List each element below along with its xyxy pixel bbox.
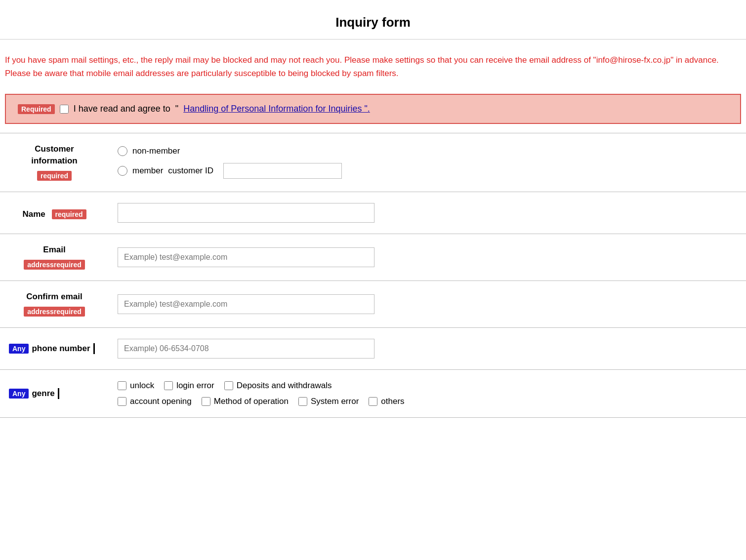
confirm-email-input[interactable] (118, 294, 374, 314)
page-title: Inquiry form (0, 0, 746, 40)
genre-row-1: unlock login error Deposits and withdraw… (118, 381, 737, 391)
email-required: addressrequired (24, 260, 85, 270)
confirm-email-required: addressrequired (24, 307, 85, 317)
customer-info-row: Customer information required non-member… (0, 133, 746, 192)
privacy-quote-open: " (175, 104, 178, 114)
genre-account-opening-label: account opening (130, 397, 192, 406)
phone-any-badge: Any (9, 344, 29, 354)
name-input[interactable] (118, 203, 374, 223)
privacy-checkbox[interactable] (60, 105, 69, 114)
name-row: Name required (0, 192, 746, 234)
genre-system-error: System error (298, 397, 359, 406)
name-label-cell: Name required (0, 192, 109, 234)
name-input-cell (109, 192, 746, 234)
genre-login-error-label: login error (176, 381, 214, 391)
customer-info-label-cell: Customer information required (0, 133, 109, 192)
genre-unlock-checkbox[interactable] (118, 381, 126, 390)
non-member-label: non-member (132, 146, 180, 156)
member-label: member (132, 166, 163, 176)
genre-account-opening: account opening (118, 397, 192, 406)
member-radio[interactable] (118, 166, 127, 176)
member-row: member customer ID (118, 163, 737, 179)
genre-method-label: Method of operation (214, 397, 289, 406)
confirm-email-row: Confirm email addressrequired (0, 281, 746, 328)
customer-id-input[interactable] (223, 163, 342, 179)
customer-info-label-line2: information (31, 156, 78, 166)
privacy-banner: Required I have read and agree to " Hand… (5, 94, 741, 124)
name-label: Name (22, 209, 45, 219)
genre-others: others (369, 397, 404, 406)
genre-deposits: Deposits and withdrawals (224, 381, 332, 391)
genre-row-2: account opening Method of operation Syst… (118, 397, 737, 406)
genre-login-error: login error (164, 381, 214, 391)
email-row: Email addressrequired (0, 234, 746, 281)
genre-others-label: others (381, 397, 404, 406)
privacy-text: I have read and agree to (74, 104, 170, 114)
genre-unlock-label: unlock (130, 381, 154, 391)
confirm-email-label-cell: Confirm email addressrequired (0, 281, 109, 328)
required-badge: Required (18, 104, 55, 114)
spam-notice: If you have spam mail settings, etc., th… (0, 40, 746, 89)
genre-method-checkbox[interactable] (202, 397, 210, 406)
phone-label: phone number (32, 344, 90, 354)
genre-label: genre (32, 389, 54, 399)
genre-login-error-checkbox[interactable] (164, 381, 173, 390)
non-member-row: non-member (118, 146, 737, 156)
email-label-cell: Email addressrequired (0, 234, 109, 281)
inquiry-form-table: Customer information required non-member… (0, 133, 746, 418)
phone-label-cell: Any phone number (0, 328, 109, 370)
customer-type-radio-group: non-member member customer ID (118, 146, 737, 179)
genre-unlock: unlock (118, 381, 154, 391)
phone-input[interactable] (118, 339, 374, 359)
customer-info-label-line1: Customer (35, 144, 74, 154)
customer-id-label: customer ID (168, 166, 213, 176)
genre-label-cell: Any genre (0, 370, 109, 418)
genre-input-cell: unlock login error Deposits and withdraw… (109, 370, 746, 418)
email-label-line1: Email (43, 245, 65, 255)
name-required: required (52, 209, 86, 219)
genre-method: Method of operation (202, 397, 289, 406)
genre-row: Any genre unlock login error (0, 370, 746, 418)
email-input-cell (109, 234, 746, 281)
genre-deposits-label: Deposits and withdrawals (237, 381, 332, 391)
customer-info-required: required (37, 171, 72, 181)
genre-account-opening-checkbox[interactable] (118, 397, 126, 406)
privacy-link[interactable]: Handling of Personal Information for Inq… (183, 104, 370, 114)
customer-info-input-cell: non-member member customer ID (109, 133, 746, 192)
genre-any-badge: Any (9, 389, 29, 399)
genre-checkbox-group: unlock login error Deposits and withdraw… (118, 381, 737, 406)
phone-input-cell (109, 328, 746, 370)
genre-system-error-checkbox[interactable] (298, 397, 307, 406)
genre-system-error-label: System error (311, 397, 359, 406)
genre-others-checkbox[interactable] (369, 397, 377, 406)
non-member-radio[interactable] (118, 146, 127, 156)
phone-row: Any phone number (0, 328, 746, 370)
confirm-email-input-cell (109, 281, 746, 328)
email-input[interactable] (118, 247, 374, 267)
confirm-email-label-line1: Confirm email (26, 292, 82, 302)
genre-deposits-checkbox[interactable] (224, 381, 233, 390)
